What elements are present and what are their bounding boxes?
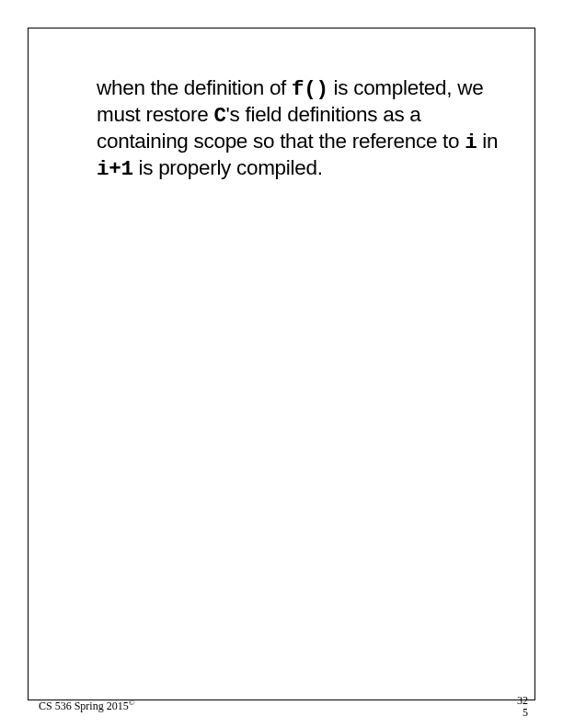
slide-content: when the definition of f() is completed,… xyxy=(97,75,503,183)
page-number-top: 32 xyxy=(517,695,528,707)
text-part-1: when the definition of xyxy=(97,76,292,99)
code-expr-i1: i+1 xyxy=(97,157,133,181)
code-f-call: f() xyxy=(292,77,328,101)
course-label: CS 536 Spring 2015 xyxy=(39,700,129,712)
code-var-i: i xyxy=(465,131,477,154)
text-part-5: is properly compiled. xyxy=(133,156,323,179)
code-class-c: C xyxy=(213,104,225,128)
copyright-icon: © xyxy=(129,698,135,707)
page-number-bottom: 5 xyxy=(517,707,528,719)
footer-course: CS 536 Spring 2015© xyxy=(39,698,135,713)
footer-page: 32 5 xyxy=(517,695,528,719)
text-part-4: in xyxy=(477,130,498,153)
